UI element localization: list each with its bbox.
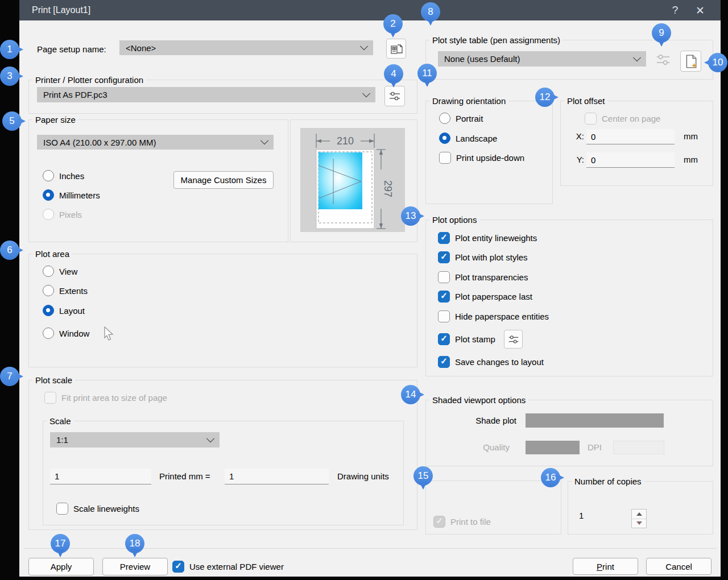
copies-label: Number of copies [572, 475, 644, 487]
checkbox-icon [439, 152, 451, 164]
stepper-down-button[interactable] [632, 519, 646, 528]
checkbox-checked-icon [172, 561, 184, 573]
callout-badge-4: 4 [384, 64, 403, 84]
checkbox-label: Save changes to layout [455, 357, 544, 367]
save-changes-to-layout-checkbox-row[interactable]: Save changes to layout [438, 355, 544, 368]
plot-transparencies-checkbox-row[interactable]: Plot transparencies [438, 271, 528, 283]
checkbox-label: Center on page [602, 114, 660, 123]
paper-size-dropdown[interactable]: ISO A4 (210.00 x 297.00 MM) [37, 135, 274, 150]
plot-entity-lineweights-checkbox-row[interactable]: Plot entity lineweights [438, 231, 537, 244]
offset-y-label: Y: [572, 154, 584, 166]
callout-badge-5: 5 [2, 111, 22, 131]
radio-label: Pixels [59, 210, 82, 219]
radio-selected-icon [439, 132, 450, 144]
printer-value: Print As PDF.pc3 [43, 90, 107, 100]
copies-value[interactable]: 1 [579, 509, 584, 522]
checkbox-label: Plot transparencies [455, 272, 528, 282]
checkbox-disabled-icon [585, 113, 597, 125]
offset-y-unit: mm [684, 154, 698, 166]
preview-button[interactable]: Preview [102, 558, 168, 575]
button-label: Apply [51, 562, 72, 571]
radio-inches[interactable]: Inches [43, 169, 84, 182]
callout-badge-3: 3 [0, 67, 19, 86]
quality-dropdown-disabled [526, 441, 580, 454]
checkbox-label: Print upside-down [456, 153, 524, 163]
callout-badge-1: 1 [0, 40, 19, 59]
plot-paperspace-last-checkbox-row[interactable]: Plot paperspace last [438, 290, 532, 303]
chevron-down-icon [633, 53, 641, 61]
arrow-down-icon [636, 521, 642, 525]
shade-plot-dropdown-disabled [526, 413, 664, 428]
dpi-label: DPI [588, 441, 602, 454]
radio-layout[interactable]: Layout [43, 304, 85, 317]
printer-dropdown[interactable]: Print As PDF.pc3 [37, 87, 375, 102]
radio-selected-icon [43, 305, 54, 316]
cancel-button[interactable]: Cancel [646, 558, 712, 575]
plot-stamp-settings-button[interactable] [504, 330, 523, 349]
hide-paperspace-entities-checkbox-row[interactable]: Hide paperspace entities [438, 310, 549, 322]
shade-plot-label: Shade plot [471, 415, 516, 427]
plot-scale-label: Plot scale [32, 374, 75, 386]
radio-view[interactable]: View [43, 265, 77, 277]
drawing-units-input[interactable]: 1 [225, 469, 329, 484]
radio-icon [439, 113, 450, 124]
printer-settings-button[interactable] [384, 86, 405, 106]
button-label: Manage Custom Sizes [181, 175, 267, 185]
checkbox-checked-disabled-icon [433, 516, 445, 528]
checkbox-icon [438, 310, 450, 322]
radio-icon [43, 328, 54, 339]
sliders-icon [388, 89, 402, 103]
radio-selected-icon [43, 189, 54, 201]
stepper-up-button[interactable] [632, 509, 646, 519]
new-plot-style-button[interactable] [680, 51, 701, 72]
copies-stepper[interactable] [631, 509, 647, 528]
checkbox-checked-icon [438, 291, 450, 303]
close-icon[interactable]: ✕ [688, 4, 713, 17]
offset-x-input[interactable]: 0 [586, 129, 675, 144]
input-value: 1 [229, 471, 234, 481]
quality-label: Quality [478, 441, 510, 454]
radio-landscape[interactable]: Landscape [439, 132, 497, 144]
checkbox-label: Plot entity lineweights [455, 233, 537, 243]
drawing-units-label: Drawing units [337, 470, 389, 483]
title-bar: Print [Layout1] ? ✕ [19, 0, 721, 20]
radio-label: Extents [59, 286, 88, 296]
page-setup-dropdown[interactable]: <None> [119, 40, 373, 55]
radio-disabled-icon [43, 209, 54, 220]
scale-dropdown[interactable]: 1:1 [50, 432, 220, 448]
plot-area-label: Plot area [32, 248, 72, 260]
button-label: Cancel [665, 562, 692, 571]
printed-mm-input[interactable]: 1 [50, 469, 151, 484]
offset-y-input[interactable]: 0 [586, 152, 675, 168]
callout-badge-8: 8 [421, 2, 440, 22]
arrow-up-icon [636, 512, 642, 516]
plot-stamp-checkbox-row[interactable]: Plot stamp [438, 333, 495, 345]
scale-lineweights-checkbox-row[interactable]: Scale lineweights [56, 502, 139, 515]
manage-custom-sizes-button[interactable]: Manage Custom Sizes [173, 171, 274, 189]
radio-portrait[interactable]: Portrait [439, 112, 483, 125]
radio-window[interactable]: Window [43, 327, 89, 339]
checkbox-checked-icon [438, 251, 450, 263]
apply-button[interactable]: Apply [28, 558, 94, 575]
print-button[interactable]: Print [573, 558, 638, 575]
chevron-down-icon [362, 89, 370, 97]
offset-x-unit: mm [684, 130, 698, 143]
radio-millimeters[interactable]: Millimeters [43, 189, 100, 201]
checkbox-label: Fit print area to size of page [61, 393, 167, 403]
shaded-viewport-group: Shaded viewport options [425, 400, 713, 466]
paper-height-dimension: 297 [382, 180, 394, 197]
page-setup-label: Page setup name: [37, 43, 106, 56]
offset-x-label: X: [572, 130, 584, 143]
plot-with-plot-styles-checkbox-row[interactable]: Plot with plot styles [438, 251, 528, 263]
import-page-setup-button[interactable] [386, 39, 406, 59]
callout-badge-12: 12 [535, 88, 555, 107]
use-external-pdf-viewer-checkbox-row[interactable]: Use external PDF viewer [172, 560, 284, 573]
paper-size-value: ISO A4 (210.00 x 297.00 MM) [43, 138, 156, 147]
button-label: rint [602, 562, 614, 571]
print-upside-down-checkbox-row[interactable]: Print upside-down [439, 151, 524, 164]
paper-width-dimension: 210 [337, 135, 354, 147]
radio-extents[interactable]: Extents [43, 284, 88, 297]
help-icon[interactable]: ? [663, 4, 688, 16]
plot-style-dropdown[interactable]: None (uses Default) [438, 51, 646, 67]
radio-pixels: Pixels [43, 208, 82, 221]
